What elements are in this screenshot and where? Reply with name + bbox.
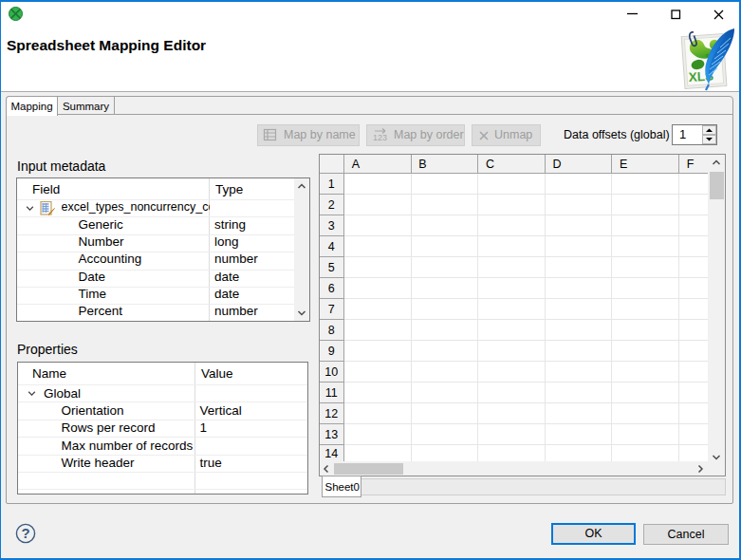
svg-text:C: C [486, 158, 494, 171]
svg-text:11: 11 [325, 386, 338, 400]
svg-text:A: A [352, 158, 361, 171]
svg-text:B: B [418, 158, 426, 171]
svg-text:D: D [553, 158, 562, 171]
svg-text:3: 3 [328, 219, 335, 233]
svg-text:F: F [687, 158, 695, 171]
svg-text:E: E [620, 158, 627, 171]
svg-text:14: 14 [324, 447, 338, 460]
svg-text:123: 123 [373, 133, 387, 142]
svg-text:12: 12 [324, 407, 338, 420]
svg-text:9: 9 [328, 345, 335, 358]
svg-text:1: 1 [328, 177, 335, 191]
svg-text:5: 5 [328, 261, 335, 274]
svg-text:7: 7 [328, 303, 335, 316]
svg-text:4: 4 [328, 240, 335, 253]
svg-text:Sheet0: Sheet0 [325, 481, 360, 493]
svg-text:10: 10 [324, 365, 338, 379]
svg-text:13: 13 [324, 428, 338, 441]
svg-text:8: 8 [328, 324, 335, 337]
svg-text:?: ? [22, 525, 30, 541]
svg-text:2: 2 [328, 198, 335, 212]
svg-text:6: 6 [328, 282, 335, 295]
